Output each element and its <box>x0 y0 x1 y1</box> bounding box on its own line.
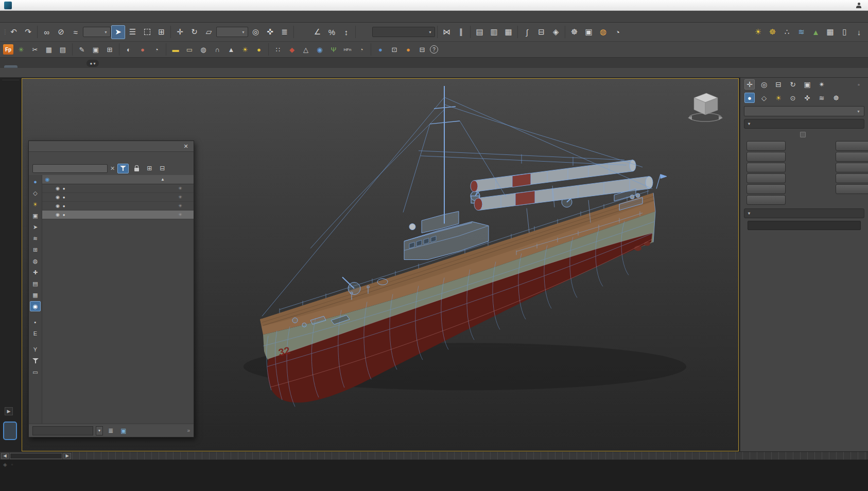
pyramid-button[interactable] <box>836 173 868 183</box>
perspective-viewport[interactable]: 32 <box>22 78 739 451</box>
monitor-icon[interactable]: ▣ <box>90 43 102 56</box>
frozen-toggle-icon[interactable]: ✳ <box>167 195 194 200</box>
isolate-selection-icon[interactable]: ◈ <box>3 462 7 467</box>
ribbon-tab-object-paint[interactable] <box>50 65 64 68</box>
cylinder-button[interactable] <box>747 163 786 172</box>
yellow-sphere-icon[interactable]: ● <box>253 43 265 56</box>
frozen-toggle-icon[interactable]: ✳ <box>167 212 194 217</box>
schematic-view-icon[interactable]: ⊟ <box>534 25 548 39</box>
population-icon[interactable]: ∴ <box>780 25 794 39</box>
explorer-selector-dropdown[interactable] <box>32 426 93 435</box>
table-icon[interactable]: ⊞ <box>103 43 116 56</box>
menu-customize[interactable] <box>104 15 113 18</box>
motion-tab-icon[interactable]: ↻ <box>788 79 798 90</box>
select-object-icon[interactable]: ➤ <box>111 25 125 39</box>
cut-tool-icon[interactable]: ✂ <box>29 43 41 56</box>
bind-to-space-warp-icon[interactable]: ≈ <box>68 25 82 39</box>
selection-filter-dropdown[interactable]: ▼ <box>83 27 111 37</box>
grid-tool-icon[interactable]: ▦ <box>43 43 55 56</box>
filter-groups-icon[interactable]: ⊞ <box>30 244 41 255</box>
rectangular-selection-region-icon[interactable] <box>140 25 154 39</box>
plane-button[interactable] <box>836 184 868 194</box>
menu-rapidtools[interactable] <box>169 15 178 18</box>
filter-cameras-icon[interactable]: ▣ <box>30 211 41 221</box>
render-setup-icon[interactable]: ☸ <box>567 25 581 39</box>
sun-icon[interactable]: ☀ <box>239 43 251 56</box>
keyboard-shortcut-override-icon[interactable]: ≣ <box>277 25 291 39</box>
wire-color-icon[interactable]: Y <box>30 344 41 355</box>
search-input[interactable] <box>32 164 108 173</box>
ribbon-tab-populate[interactable] <box>66 65 79 68</box>
export-down-icon[interactable]: ↓ <box>852 25 866 39</box>
ribbon-tab-selection[interactable] <box>35 65 48 68</box>
toolbar-grip-handle[interactable]: ⋮ <box>2 28 6 36</box>
render-iterative-icon[interactable]: ◔ <box>611 25 624 39</box>
edit-column-icon[interactable]: E <box>30 328 41 339</box>
cone-button[interactable] <box>836 141 868 151</box>
sign-in-button[interactable] <box>856 3 864 8</box>
filter-materials-icon[interactable]: ▦ <box>30 290 41 300</box>
named-selection-sets-dropdown[interactable]: ▼ <box>372 27 435 37</box>
list-item[interactable]: ◉ ● ✳ <box>42 193 194 202</box>
geometry-category-icon[interactable]: ● <box>744 93 755 103</box>
teapot-button[interactable] <box>747 184 786 194</box>
sphere-button[interactable] <box>747 152 786 162</box>
select-and-move-icon[interactable]: ✛ <box>173 25 187 39</box>
select-and-link-icon[interactable]: ∞ <box>40 25 54 39</box>
droplet-icon[interactable]: ◆ <box>286 43 298 56</box>
expand-tray-arrow-icon[interactable]: ▶ <box>5 407 13 415</box>
snaps-toggle-icon[interactable] <box>296 25 310 39</box>
device-icon[interactable]: ▯ <box>838 25 852 39</box>
document-icon[interactable]: ▤ <box>57 43 69 56</box>
ribbon-collapsed-panel[interactable] <box>0 68 868 78</box>
autogrid-checkbox[interactable] <box>800 132 806 137</box>
use-pivot-center-icon[interactable]: ◎ <box>249 25 263 39</box>
viewcube[interactable] <box>683 88 727 125</box>
collapse-all-icon[interactable]: ⊟ <box>157 164 167 173</box>
cameras-category-icon[interactable]: ⊙ <box>788 93 798 103</box>
menu-group[interactable] <box>30 15 39 18</box>
hierarchy-tab-icon[interactable]: ⊟ <box>773 79 784 90</box>
box-button[interactable] <box>747 141 786 151</box>
menu-animation[interactable] <box>67 15 76 18</box>
layers-stack-icon[interactable]: ≣ <box>106 426 116 435</box>
filter-containers-icon[interactable]: ▤ <box>30 278 41 289</box>
time-slider-frame-indicator[interactable] <box>10 453 62 459</box>
layout-icon[interactable]: ⊟ <box>416 43 428 56</box>
align-icon[interactable]: ∥ <box>454 25 468 39</box>
help-icon[interactable]: ? <box>430 45 438 54</box>
previous-frame-button[interactable]: ◀ <box>1 453 9 459</box>
layer-explorer-toggle-icon[interactable]: ▤ <box>473 25 487 39</box>
display-tab-icon[interactable]: ▣ <box>802 79 812 90</box>
panel-grid-icon[interactable]: ▦ <box>823 25 837 39</box>
menu-views[interactable] <box>39 15 48 18</box>
se-menu-display[interactable] <box>42 156 51 158</box>
systems-category-icon[interactable]: ☸ <box>831 93 841 103</box>
menu-graph-editors[interactable] <box>76 15 85 18</box>
filter-spacewarps-icon[interactable]: ≋ <box>30 233 41 243</box>
list-item[interactable]: ◉ ● ✳ <box>42 184 194 193</box>
filter-bones-icon[interactable]: ✚ <box>30 267 41 277</box>
waves-icon[interactable]: ≋ <box>794 25 808 39</box>
half-disc-icon[interactable]: ◐ <box>123 43 135 56</box>
undo-icon[interactable]: ↶ <box>7 25 21 39</box>
menu-edit[interactable] <box>11 15 21 18</box>
yellow-plane-icon[interactable]: ▬ <box>169 43 182 56</box>
utilities-tab-icon[interactable]: ✴ <box>817 79 827 90</box>
gear-icon[interactable]: ☸ <box>766 25 779 39</box>
dot-grid-icon[interactable]: ∷ <box>272 43 284 56</box>
lock-icon[interactable] <box>131 164 142 173</box>
capsule-icon[interactable]: ▭ <box>183 43 196 56</box>
scene-explorer-column-header[interactable]: ◉ ▲ <box>42 175 194 184</box>
menu-scripting[interactable] <box>113 15 123 18</box>
selection-lock-icon[interactable]: ▫ <box>11 462 13 467</box>
material-editor-icon[interactable]: ◈ <box>549 25 563 39</box>
rendered-frame-window-icon[interactable]: ▣ <box>582 25 596 39</box>
menu-create[interactable] <box>48 15 58 18</box>
clear-search-icon[interactable]: ✕ <box>110 165 115 172</box>
menu-gta-tools[interactable] <box>160 15 169 18</box>
filter-shapes-icon[interactable]: ◇ <box>30 188 41 198</box>
unlink-selection-icon[interactable]: ⊘ <box>54 25 68 39</box>
ribbon-tab-modeling[interactable] <box>4 65 18 68</box>
se-menu-edit[interactable] <box>53 156 62 158</box>
